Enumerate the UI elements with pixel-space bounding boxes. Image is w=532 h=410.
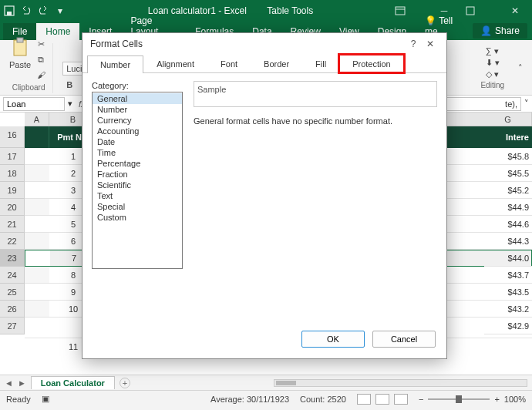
paste-button[interactable]: Paste: [9, 37, 31, 69]
cell-interest[interactable]: $43.7: [484, 267, 532, 284]
row-18[interactable]: 18: [0, 165, 25, 182]
context-tab-title: Table Tools: [267, 5, 313, 16]
collapse-ribbon-icon[interactable]: ˄: [513, 62, 527, 76]
status-avg-value: 30/11/1923: [247, 395, 289, 404]
dialog-tab-alignment[interactable]: Alignment: [143, 55, 207, 72]
sheet-nav-next-icon[interactable]: ►: [18, 378, 26, 388]
dialog-tab-font[interactable]: Font: [207, 55, 251, 72]
dialog-tab-protection[interactable]: Protection: [339, 55, 404, 72]
category-item[interactable]: Currency: [93, 115, 182, 126]
namebox-dropdown-icon[interactable]: ▾: [68, 99, 72, 109]
svg-rect-2: [396, 7, 405, 15]
row-19[interactable]: 19: [0, 182, 25, 199]
sheet-nav-prev-icon[interactable]: ◄: [5, 378, 13, 388]
format-description: General format cells have no specific nu…: [194, 116, 437, 126]
svg-rect-6: [17, 38, 23, 42]
status-bar: Ready ▣ Average: 30/11/1923 Count: 2520 …: [0, 390, 532, 407]
cell-interest[interactable]: $42.9: [484, 318, 532, 334]
row-17[interactable]: 17: [0, 148, 25, 165]
row-24[interactable]: 24: [0, 267, 25, 284]
ribbon-options-icon[interactable]: [395, 6, 423, 15]
share-icon: 👤: [480, 25, 492, 36]
status-count-value: 2520: [328, 395, 346, 404]
cut-icon[interactable]: ✂: [34, 37, 48, 51]
dialog-tab-fill[interactable]: Fill: [302, 55, 339, 72]
redo-icon[interactable]: [37, 5, 49, 17]
dialog-tab-border[interactable]: Border: [251, 55, 302, 72]
row-23[interactable]: 23: [0, 250, 25, 267]
category-item[interactable]: Scientific: [93, 180, 182, 190]
zoom-in-icon[interactable]: +: [494, 395, 499, 404]
close-window-icon[interactable]: ✕: [501, 5, 529, 16]
cell-interest[interactable]: $44.9: [484, 199, 532, 216]
cell-interest[interactable]: $45.2: [484, 182, 532, 199]
row-25[interactable]: 25: [0, 284, 25, 301]
category-item[interactable]: Custom: [93, 212, 182, 223]
copy-icon[interactable]: ⧉: [34, 52, 48, 66]
row-27[interactable]: 27: [0, 318, 25, 334]
category-item[interactable]: Percentage: [93, 158, 182, 169]
window-title: Loan calculator1 - Excel: [148, 5, 247, 16]
status-ready: Ready: [6, 395, 31, 404]
cell-interest[interactable]: $44.3: [484, 233, 532, 250]
category-item[interactable]: Fraction: [93, 169, 182, 180]
category-list[interactable]: GeneralNumberCurrencyAccountingDateTimeP…: [92, 92, 183, 269]
category-item[interactable]: Text: [93, 190, 182, 201]
row-headers[interactable]: 16 17 18 19 20 21 22 23 24 25 26 27: [0, 126, 25, 334]
cancel-button[interactable]: Cancel: [372, 331, 436, 348]
view-pagelayout-icon[interactable]: [375, 394, 389, 405]
view-pagebreak-icon[interactable]: [394, 394, 408, 405]
share-button[interactable]: 👤 Share: [473, 23, 527, 39]
status-count-label: Count:: [300, 395, 325, 404]
new-sheet-button[interactable]: +: [120, 378, 130, 388]
minimize-icon[interactable]: ─: [430, 5, 458, 16]
category-item[interactable]: Date: [93, 136, 182, 147]
macro-record-icon[interactable]: ▣: [42, 394, 49, 404]
svg-rect-1: [7, 12, 12, 15]
cell-interest[interactable]: $45.8: [484, 148, 532, 165]
paste-label: Paste: [9, 60, 31, 69]
row-26[interactable]: 26: [0, 301, 25, 318]
row-20[interactable]: 20: [0, 199, 25, 216]
cell-interest[interactable]: $45.5: [484, 165, 532, 182]
row-16[interactable]: 16: [0, 126, 25, 148]
fill-button[interactable]: ⬇ ▾: [486, 58, 500, 68]
category-item[interactable]: General: [93, 93, 182, 104]
svg-rect-4: [466, 7, 474, 15]
category-item[interactable]: Time: [93, 147, 182, 158]
category-item[interactable]: Number: [93, 104, 182, 115]
row-22[interactable]: 22: [0, 233, 25, 250]
horizontal-scrollbar[interactable]: [274, 379, 527, 387]
cell-interest[interactable]: $43.5: [484, 284, 532, 301]
clipboard-group-label: Clipboard: [12, 83, 45, 92]
maximize-icon[interactable]: [466, 6, 493, 15]
formula-expand-icon[interactable]: ˅: [524, 99, 529, 109]
clear-button[interactable]: ◇ ▾: [486, 69, 499, 79]
sheet-tab-loan[interactable]: Loan Calculator: [31, 376, 115, 389]
zoom-slider[interactable]: [428, 398, 490, 400]
ok-button[interactable]: OK: [301, 331, 365, 348]
dialog-help-icon[interactable]: ?: [405, 39, 422, 49]
dialog-close-icon[interactable]: ✕: [422, 39, 439, 49]
format-painter-icon[interactable]: 🖌: [34, 68, 48, 82]
category-item[interactable]: Accounting: [93, 126, 182, 136]
undo-icon[interactable]: [20, 5, 32, 17]
view-normal-icon[interactable]: [357, 394, 371, 405]
col-header-A[interactable]: A: [25, 113, 49, 126]
cell-interest[interactable]: $44.6: [484, 216, 532, 233]
category-item[interactable]: Special: [93, 201, 182, 212]
bold-button[interactable]: B: [62, 78, 76, 92]
zoom-out-icon[interactable]: −: [419, 395, 423, 404]
editing-group-label: Editing: [480, 81, 504, 89]
col-header-G[interactable]: G: [484, 113, 532, 126]
qat-dropdown-icon[interactable]: ▾: [54, 5, 66, 17]
share-label: Share: [495, 25, 520, 36]
dialog-tab-number[interactable]: Number: [87, 55, 143, 73]
cell-interest[interactable]: $43.2: [484, 301, 532, 318]
autosum-button[interactable]: ∑ ▾: [486, 46, 499, 56]
save-icon[interactable]: [3, 5, 15, 17]
cell-interest[interactable]: $44.0: [484, 250, 532, 267]
name-box[interactable]: [3, 97, 65, 111]
format-cells-dialog: Format Cells ? ✕ Number Alignment Font B…: [82, 32, 447, 359]
row-21[interactable]: 21: [0, 216, 25, 233]
